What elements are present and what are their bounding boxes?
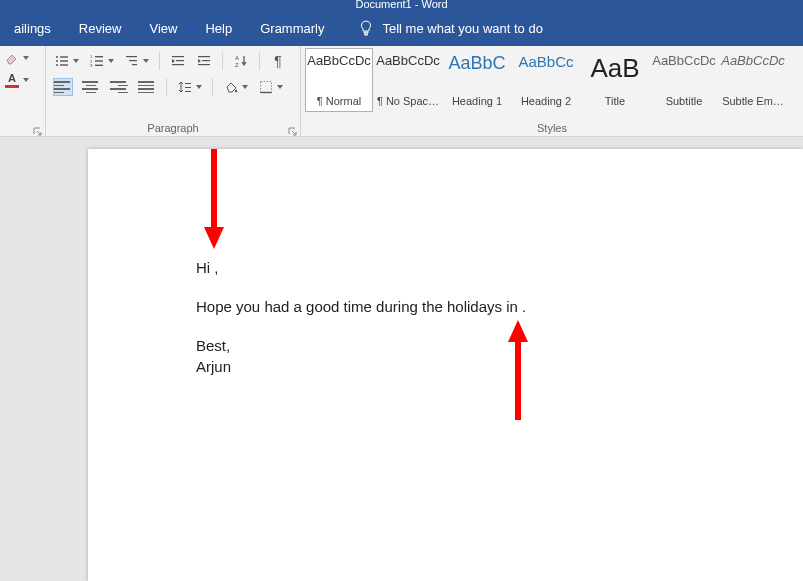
paragraph-label-text: Paragraph [147,122,198,134]
chevron-down-icon [73,59,79,63]
style-name: Heading 2 [521,95,571,107]
tab-review-label: Review [79,21,122,36]
chevron-down-icon [108,59,114,63]
svg-rect-18 [198,56,210,57]
title-text: Document1 - Word [355,0,447,10]
numbering-button[interactable]: 123 [89,53,114,69]
dialog-launcher-icon[interactable] [288,125,298,135]
line-spacing-icon [177,79,193,95]
style-item-2[interactable]: AaBbCHeading 1 [443,48,511,112]
document-workspace: Hi , Hope you had a good time during the… [0,137,803,581]
style-item-1[interactable]: AaBbCcDc¶ No Spac… [374,48,442,112]
bullets-button[interactable] [54,53,79,69]
lightbulb-icon [358,20,374,36]
tab-help-label: Help [205,21,232,36]
svg-rect-1 [60,56,68,57]
style-preview: AaBbCcDc [307,53,371,68]
style-item-4[interactable]: AaBTitle [581,48,649,112]
svg-rect-24 [185,87,191,88]
separator [212,78,213,96]
decrease-indent-button[interactable] [170,53,186,69]
tab-mailings[interactable]: ailings [0,10,65,46]
sort-button[interactable]: AZ [233,53,249,69]
svg-rect-16 [176,60,184,61]
svg-rect-27 [261,82,272,93]
show-hide-paragraph-button[interactable]: ¶ [270,53,286,69]
chevron-down-icon [23,56,29,60]
shading-button[interactable] [223,79,248,95]
svg-rect-25 [185,91,191,92]
svg-rect-5 [60,64,68,65]
document-page[interactable]: Hi , Hope you had a good time during the… [88,149,803,581]
font-color-icon: A [4,72,20,88]
numbering-icon: 123 [89,53,105,69]
svg-rect-12 [126,56,137,57]
dialog-launcher-icon[interactable] [33,125,43,135]
separator [259,52,260,70]
tab-grammarly[interactable]: Grammarly [246,10,338,46]
style-item-6[interactable]: AaBbCcDcSubtle Em… [719,48,787,112]
svg-rect-9 [95,60,103,61]
ribbon-group-styles: AaBbCcDc¶ NormalAaBbCcDc¶ No Spac…AaBbCH… [301,46,803,137]
style-preview: AaBbCcDc [721,53,785,68]
tab-review[interactable]: Review [65,10,136,46]
tab-view-label: View [149,21,177,36]
style-name: Subtitle [666,95,703,107]
svg-rect-15 [172,56,184,57]
style-item-0[interactable]: AaBbCcDc¶ Normal [305,48,373,112]
svg-point-2 [56,60,58,62]
style-item-3[interactable]: AaBbCcHeading 2 [512,48,580,112]
borders-button[interactable] [258,79,283,95]
svg-text:3: 3 [90,63,93,68]
tab-help[interactable]: Help [191,10,246,46]
tell-me-search[interactable]: Tell me what you want to do [358,20,542,36]
doc-closing: Best, [196,335,803,356]
group-label-styles: Styles [301,119,803,137]
tab-mailings-label: ailings [14,21,51,36]
style-item-5[interactable]: AaBbCcDcSubtitle [650,48,718,112]
svg-rect-11 [95,65,103,66]
bullets-icon [54,53,70,69]
align-left-button[interactable] [54,79,72,95]
line-spacing-button[interactable] [177,79,202,95]
ribbon-tab-bar: ailings Review View Help Grammarly Tell … [0,10,803,46]
svg-rect-13 [129,60,137,61]
styles-label-text: Styles [537,122,567,134]
borders-icon [258,79,274,95]
style-name: ¶ Normal [317,95,361,107]
separator [166,78,167,96]
svg-point-26 [235,90,237,92]
style-preview: AaB [590,53,639,84]
tell-me-placeholder: Tell me what you want to do [382,21,542,36]
title-bar: Document1 - Word [0,0,803,10]
group-label-font [0,119,45,137]
tab-grammarly-label: Grammarly [260,21,324,36]
svg-rect-7 [95,56,103,57]
increase-indent-button[interactable] [196,53,212,69]
justify-button[interactable] [138,79,156,95]
tab-view[interactable]: View [135,10,191,46]
align-center-button[interactable] [82,79,100,95]
style-name: ¶ No Spac… [377,95,439,107]
doc-greeting: Hi , [196,257,803,278]
doc-signature: Arjun [196,356,803,377]
multilevel-list-button[interactable] [124,53,149,69]
align-right-button[interactable] [110,79,128,95]
separator [222,52,223,70]
ribbon-group-font-partial: A [0,46,46,137]
svg-rect-20 [198,64,210,65]
style-name: Heading 1 [452,95,502,107]
svg-rect-19 [202,60,210,61]
svg-point-4 [56,64,58,66]
group-label-paragraph: Paragraph [46,119,300,137]
style-preview: AaBbCcDc [652,53,716,68]
clear-formatting-button[interactable] [4,50,29,66]
style-name: Title [605,95,625,107]
paint-bucket-icon [223,79,239,95]
style-name: Subtle Em… [722,95,784,107]
doc-body: Hope you had a good time during the holi… [196,296,803,317]
eraser-icon [4,50,20,66]
font-color-button[interactable]: A [4,72,29,88]
svg-rect-23 [185,83,191,84]
ribbon-group-paragraph: 123 AZ [46,46,301,137]
